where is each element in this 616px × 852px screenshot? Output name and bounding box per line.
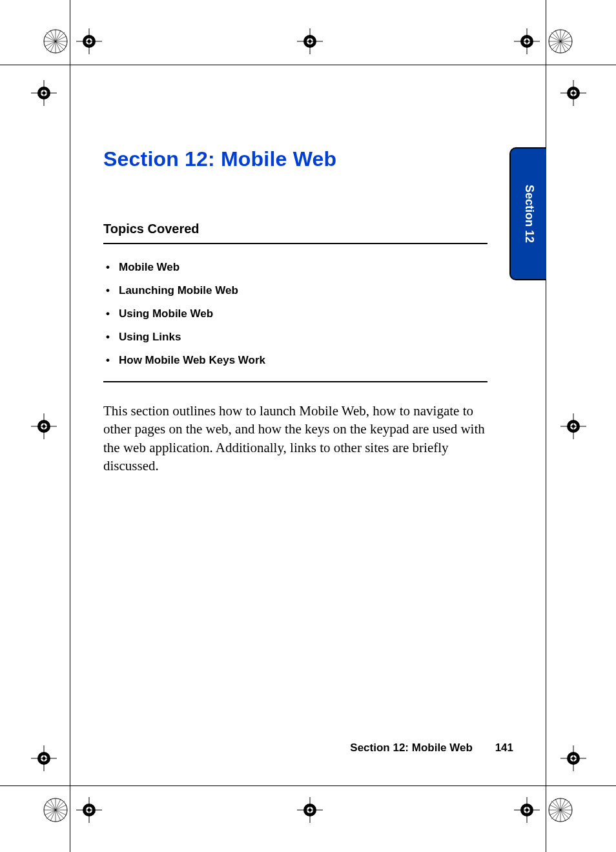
- registration-mark-icon: [76, 28, 102, 54]
- registration-mark-icon: [297, 28, 323, 54]
- section-tab-label: Section 12: [522, 185, 535, 243]
- registration-mark-icon: [514, 797, 540, 823]
- registration-mark-icon: [548, 28, 573, 54]
- footer-label: Section 12: Mobile Web: [350, 742, 473, 754]
- divider: [103, 381, 488, 382]
- registration-mark-icon: [43, 797, 68, 823]
- registration-mark-icon: [560, 745, 586, 771]
- registration-mark-icon: [514, 28, 540, 54]
- list-item: Using Links: [103, 331, 491, 344]
- crop-line-right: [546, 0, 546, 852]
- list-item: Launching Mobile Web: [103, 284, 491, 297]
- registration-mark-icon: [76, 797, 102, 823]
- page-title: Section 12: Mobile Web: [103, 147, 491, 171]
- list-item: Mobile Web: [103, 261, 491, 274]
- crop-line-top: [0, 65, 616, 65]
- registration-mark-icon: [31, 413, 57, 439]
- list-item: How Mobile Web Keys Work: [103, 354, 491, 367]
- page-number: 141: [495, 742, 513, 754]
- registration-mark-icon: [548, 797, 573, 823]
- topics-list: Mobile Web Launching Mobile Web Using Mo…: [103, 261, 491, 367]
- registration-mark-icon: [560, 80, 586, 106]
- section-tab: Section 12: [509, 147, 546, 280]
- list-item: Using Mobile Web: [103, 307, 491, 320]
- registration-mark-icon: [43, 28, 68, 54]
- intro-paragraph: This section outlines how to launch Mobi…: [103, 402, 491, 475]
- page-footer: Section 12: Mobile Web 141: [103, 742, 513, 754]
- registration-mark-icon: [297, 797, 323, 823]
- divider: [103, 243, 488, 244]
- registration-mark-icon: [560, 413, 586, 439]
- crop-line-left: [70, 0, 70, 852]
- registration-mark-icon: [31, 80, 57, 106]
- crop-line-bottom: [0, 785, 616, 786]
- topics-heading: Topics Covered: [103, 222, 491, 236]
- registration-mark-icon: [31, 745, 57, 771]
